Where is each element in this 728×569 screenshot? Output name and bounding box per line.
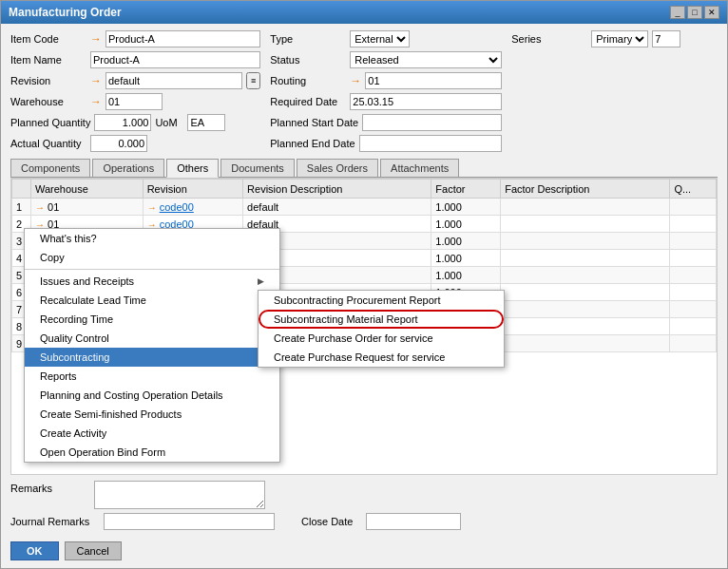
ok-button[interactable]: OK (10, 541, 59, 560)
empty-row-1 (511, 50, 718, 69)
close-date-label: Close Date (301, 516, 358, 527)
close-button[interactable]: ✕ (704, 6, 719, 19)
sub-procurement-report[interactable]: Subcontracting Procurement Report (259, 291, 504, 310)
cell-factor-desc (501, 250, 670, 267)
revision-arrow: → (90, 74, 102, 87)
tab-components[interactable]: Components (10, 159, 90, 177)
ctx-reports[interactable]: Reports (25, 367, 279, 386)
warehouse-input[interactable] (105, 93, 163, 110)
sub-purchase-order-label: Create Purchase Order for service (274, 332, 433, 344)
item-name-row: Item Name (10, 50, 260, 69)
sub-purchase-order[interactable]: Create Purchase Order for service (259, 329, 504, 348)
empty-row-3 (511, 92, 718, 111)
cancel-button[interactable]: Cancel (65, 541, 122, 560)
button-row: OK Cancel (1, 536, 727, 568)
routing-input[interactable] (365, 72, 502, 89)
ctx-issues-arrow: ▶ (258, 276, 264, 286)
ctx-open-bind-form[interactable]: Open Operation Bind Form (25, 443, 279, 462)
close-date-input[interactable] (366, 513, 461, 530)
main-window: Manufacturing Order _ □ ✕ Item Code → Ty… (0, 0, 728, 569)
remarks-label: Remarks (10, 481, 86, 494)
ctx-issues-receipts[interactable]: Issues and Receipts ▶ (25, 272, 279, 291)
revision-label: Revision (10, 75, 86, 86)
cell-factor-desc (501, 267, 670, 284)
required-date-row: Required Date (270, 92, 502, 111)
ctx-whats-this[interactable]: What's this? (25, 229, 279, 248)
cell-factor: 1.000 (431, 250, 501, 267)
remarks-row: Remarks (10, 481, 718, 509)
col-q: Q... (670, 180, 717, 199)
type-row: Type External (270, 29, 502, 48)
ctx-semi-finished[interactable]: Create Semi-finished Products (25, 405, 279, 424)
cell-warehouse: → 01 (31, 199, 144, 216)
ctx-recalculate[interactable]: Recalculate Lead Time (25, 291, 279, 310)
item-code-arrow: → (90, 32, 102, 46)
planned-qty-input[interactable] (94, 114, 151, 131)
uom-input[interactable] (187, 114, 225, 131)
journal-remarks-input[interactable] (104, 513, 275, 530)
title-bar: Manufacturing Order _ □ ✕ (1, 1, 727, 24)
remarks-input[interactable] (94, 481, 265, 509)
revision-input[interactable] (105, 72, 242, 89)
form-area: Item Code → Type External Series Primary… (1, 24, 727, 159)
bottom-area: Remarks Journal Remarks Close Date (1, 475, 727, 536)
window-title: Manufacturing Order (9, 6, 122, 19)
planned-end-row: Planned End Date (270, 134, 502, 153)
sub-procurement-label: Subcontracting Procurement Report (274, 294, 440, 306)
cell-factor: 1.000 (431, 199, 501, 216)
window-body: Item Code → Type External Series Primary… (1, 24, 727, 568)
journal-remarks-label: Journal Remarks (10, 516, 96, 527)
tab-others[interactable]: Others (166, 159, 219, 178)
table-row[interactable]: 1 → 01 → code00 default 1.000 (12, 199, 717, 216)
routing-row: Routing → (270, 71, 502, 90)
cell-revision: → code00 (143, 199, 242, 216)
cell-q (670, 216, 717, 233)
empty-row-4 (511, 113, 718, 132)
status-select[interactable]: Released (350, 51, 502, 68)
type-select[interactable]: External (350, 30, 410, 47)
maximize-button[interactable]: □ (687, 6, 702, 19)
col-factor: Factor (431, 180, 501, 199)
tab-attachments[interactable]: Attachments (380, 159, 459, 177)
revision-browse-button[interactable]: ≡ (246, 72, 260, 89)
cell-factor: 1.000 (431, 216, 501, 233)
required-date-input[interactable] (350, 93, 502, 110)
planned-qty-row: Planned Quantity UoM (10, 113, 260, 132)
tab-operations[interactable]: Operations (92, 159, 164, 177)
series-num-input[interactable] (652, 30, 680, 47)
tab-bar: Components Operations Others Documents S… (10, 159, 718, 178)
warehouse-arrow: → (90, 95, 102, 108)
ctx-recording-time[interactable]: Recording Time ▶ (25, 310, 279, 329)
item-code-row: Item Code → (10, 29, 260, 48)
item-name-input[interactable] (90, 51, 260, 68)
planned-end-input[interactable] (359, 135, 503, 152)
journal-row: Journal Remarks Close Date (10, 513, 718, 530)
cell-factor-desc (501, 284, 670, 301)
sub-material-label: Subcontracting Material Report (274, 313, 418, 325)
sub-material-report[interactable]: Subcontracting Material Report (259, 310, 504, 329)
col-num (12, 180, 31, 199)
cell-rev-desc: default (243, 199, 431, 216)
warehouse-label: Warehouse (10, 96, 86, 107)
minimize-button[interactable]: _ (670, 6, 685, 19)
tab-documents[interactable]: Documents (220, 159, 295, 177)
planned-start-input[interactable] (362, 114, 502, 131)
series-select[interactable]: Primary (591, 30, 648, 47)
series-label: Series (511, 33, 587, 45)
ctx-subcontracting[interactable]: Subcontracting ▶ (25, 348, 279, 367)
item-code-input[interactable] (105, 30, 260, 47)
ctx-planning[interactable]: Planning and Costing Operation Details (25, 386, 279, 405)
cell-q (670, 250, 717, 267)
sub-purchase-request[interactable]: Create Purchase Request for service (259, 348, 504, 367)
ctx-create-activity[interactable]: Create Activity (25, 424, 279, 443)
warehouse-row: Warehouse → (10, 92, 260, 111)
ctx-open-bind-form-label: Open Operation Bind Form (40, 446, 165, 458)
actual-qty-input[interactable] (90, 135, 147, 152)
ctx-issues-receipts-label: Issues and Receipts (40, 275, 134, 287)
ctx-copy[interactable]: Copy (25, 248, 279, 267)
ctx-create-activity-label: Create Activity (40, 427, 106, 439)
tab-sales-orders[interactable]: Sales Orders (297, 159, 378, 177)
cell-q (670, 284, 717, 301)
cell-factor-desc (501, 301, 670, 318)
ctx-quality[interactable]: Quality Control (25, 329, 279, 348)
